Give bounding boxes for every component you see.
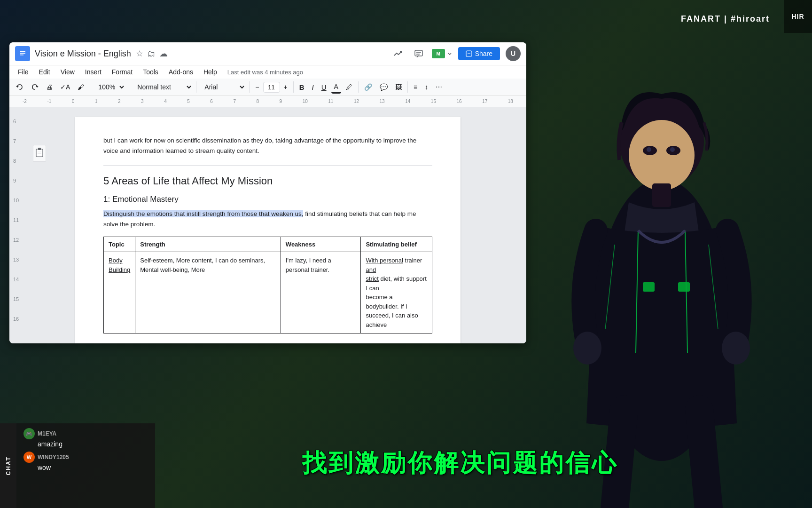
svg-rect-15 <box>20 55 23 56</box>
more-button[interactable]: ⋯ <box>433 81 445 93</box>
font-select[interactable]: Arial Times New Roman <box>199 80 246 94</box>
col-strength: Strength <box>135 237 281 252</box>
intro-text: but I can work for now on scientific dis… <box>103 135 432 156</box>
cell-strength: Self-esteem, More content, I can do semi… <box>135 252 281 333</box>
section-divider <box>103 165 432 166</box>
hiro-watermark: HIR <box>784 0 812 33</box>
chinese-subtitle: 找到激励你解决问题的信心 <box>132 447 789 480</box>
star-icon[interactable]: ☆ <box>136 48 143 59</box>
table-header-row: Topic Strength Weakness Stimulating beli… <box>104 237 432 252</box>
comment-icon[interactable] <box>411 46 426 61</box>
svg-rect-22 <box>38 148 41 150</box>
separator-7 <box>407 81 408 93</box>
cell-weakness: I'm lazy, I need a personal trainer. <box>281 252 361 333</box>
fanart-watermark: FANART | #hiroart <box>681 14 770 24</box>
last-edit-text: Last edit was 4 minutes ago <box>227 69 303 76</box>
share-label: Share <box>475 50 492 57</box>
font-size-area: − + <box>252 81 290 93</box>
analytics-icon[interactable] <box>390 46 406 61</box>
separator-1 <box>90 81 90 93</box>
cell-belief: With personal trainer and strict diet, w… <box>361 252 432 333</box>
chat-user-1: 🎮 M1EYA <box>23 428 150 439</box>
chat-sidebar: CHAT <box>0 423 16 508</box>
separator-6 <box>358 81 359 93</box>
redo-button[interactable] <box>28 81 41 93</box>
col-topic: Topic <box>104 237 135 252</box>
svg-rect-13 <box>20 51 25 52</box>
doc-icon <box>15 46 30 61</box>
topic-link: BodyBuilding <box>109 257 130 273</box>
highlighted-span: Distinguish the emotions that instill st… <box>103 210 303 217</box>
col-weakness: Weakness <box>281 237 361 252</box>
paste-widget[interactable] <box>33 145 46 162</box>
belief-and: and <box>366 266 376 273</box>
chat-message-1: 🎮 M1EYA amazing <box>23 428 150 448</box>
user-avatar[interactable]: U <box>506 46 521 61</box>
menu-insert[interactable]: Insert <box>80 66 106 78</box>
comment-btn[interactable]: 💬 <box>377 81 390 93</box>
font-size-decrease[interactable]: − <box>252 81 262 93</box>
link-button[interactable]: 🔗 <box>361 81 375 93</box>
svg-point-5 <box>647 147 651 152</box>
separator-4 <box>249 81 250 93</box>
share-button[interactable]: Share <box>458 47 500 60</box>
menu-addons[interactable]: Add-ons <box>164 66 198 78</box>
svg-rect-11 <box>678 282 690 292</box>
highlight-button[interactable]: 🖊 <box>343 81 355 93</box>
emotional-mastery-table: Topic Strength Weakness Stimulating beli… <box>103 237 432 333</box>
svg-point-9 <box>722 332 750 365</box>
meet-area[interactable]: M <box>432 49 453 58</box>
zoom-select[interactable]: 100% 75% 150% <box>93 80 126 94</box>
belief-strict: strict <box>366 275 378 282</box>
belief-personal: With personal <box>366 257 403 264</box>
anime-character <box>483 0 812 508</box>
print-button[interactable]: 🖨 <box>43 81 55 93</box>
section-heading: 5 Areas of Life that Affect My Mission <box>103 175 432 187</box>
svg-rect-10 <box>643 282 655 292</box>
svg-rect-7 <box>652 183 671 207</box>
paint-format-button[interactable]: 🖌 <box>75 81 87 93</box>
italic-button[interactable]: I <box>309 81 317 93</box>
font-size-input[interactable] <box>263 82 280 93</box>
chat-avatar-1: 🎮 <box>23 428 35 439</box>
toolbar: 🖨 ✓A 🖌 100% 75% 150% Normal text Heading… <box>9 79 526 96</box>
spellcheck-button[interactable]: ✓A <box>57 81 73 93</box>
svg-rect-14 <box>20 53 25 54</box>
folder-icon[interactable]: 🗂 <box>147 49 156 59</box>
menu-bar: File Edit View Insert Format Tools Add-o… <box>9 65 526 79</box>
menu-format[interactable]: Format <box>107 66 137 78</box>
cloud-icon[interactable]: ☁ <box>159 48 168 59</box>
svg-point-2 <box>629 120 695 190</box>
font-size-increase[interactable]: + <box>281 81 290 93</box>
chat-avatar-2: W <box>23 452 35 463</box>
menu-help[interactable]: Help <box>199 66 222 78</box>
image-button[interactable]: 🖼 <box>392 81 405 93</box>
svg-point-8 <box>573 332 601 365</box>
text-color-button[interactable]: A <box>331 81 341 94</box>
cell-topic: BodyBuilding <box>104 252 135 333</box>
doc-body[interactable]: 678910 1112131415 16 but I can work for … <box>9 107 526 343</box>
separator-5 <box>293 81 294 93</box>
style-select[interactable]: Normal text Heading 1 Heading 2 <box>132 80 193 94</box>
underline-button[interactable]: U <box>319 81 329 93</box>
menu-view[interactable]: View <box>56 66 79 78</box>
menu-file[interactable]: File <box>13 66 33 78</box>
align-button[interactable]: ≡ <box>411 81 420 93</box>
meet-icon: M <box>432 49 445 58</box>
subsection-heading: 1: Emotional Mastery <box>103 195 432 204</box>
col-belief: Stimulating belief <box>361 237 432 252</box>
line-spacing-button[interactable]: ↕ <box>422 81 431 93</box>
separator-3 <box>196 81 196 93</box>
menu-tools[interactable]: Tools <box>138 66 163 78</box>
chat-username-1: M1EYA <box>38 430 56 437</box>
separator-2 <box>129 81 129 93</box>
undo-button[interactable] <box>13 81 26 93</box>
ruler: -2-1 01 23 45 67 89 1011 1213 1415 1617 … <box>9 96 526 107</box>
gdocs-window: Vision e Mission - English ☆ 🗂 ☁ <box>9 42 526 343</box>
svg-rect-21 <box>36 149 43 157</box>
menu-edit[interactable]: Edit <box>34 66 55 78</box>
doc-title: Vision e Mission - English <box>35 49 131 59</box>
title-icons: ☆ 🗂 ☁ <box>136 48 168 59</box>
bold-button[interactable]: B <box>297 81 307 93</box>
doc-page[interactable]: but I can work for now on scientific dis… <box>75 117 461 343</box>
